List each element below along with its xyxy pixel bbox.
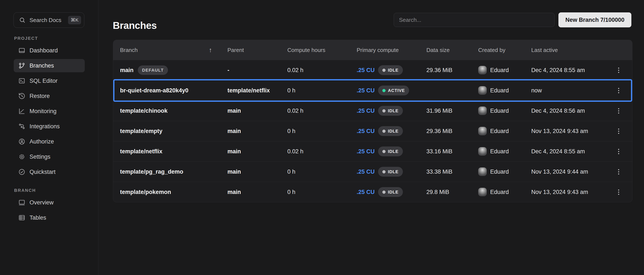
- sidebar-item-restore[interactable]: Restore: [14, 89, 85, 103]
- sidebar-item-authorize[interactable]: Authorize: [14, 135, 85, 148]
- column-header-last-active[interactable]: Last active: [531, 47, 605, 53]
- branch-name: template/chinook: [120, 108, 168, 114]
- kebab-menu-button[interactable]: [614, 126, 624, 136]
- sidebar-item-label: Integrations: [30, 123, 60, 130]
- parent-branch: main: [228, 169, 241, 175]
- table-row[interactable]: template/pg_rag_demomain0 h.25 CUIDLE33.…: [113, 161, 632, 182]
- column-header-data-size[interactable]: Data size: [426, 47, 478, 53]
- compute-units-link[interactable]: .25 CU: [357, 67, 375, 74]
- sidebar-item-dashboard[interactable]: Dashboard: [14, 44, 85, 57]
- compute-units-link[interactable]: .25 CU: [357, 148, 375, 155]
- column-header-label: Data size: [426, 47, 450, 53]
- parent-branch: template/netflix: [228, 87, 270, 94]
- sidebar-item-sql-editor[interactable]: SQL Editor: [14, 74, 85, 87]
- column-header-label: Last active: [531, 47, 558, 53]
- compute-hours: 0 h: [287, 128, 357, 135]
- table-header-row: Branch↑ParentCompute hoursPrimary comput…: [113, 40, 632, 60]
- table-row[interactable]: template/emptymain0 h.25 CUIDLE29.36 MiB…: [113, 121, 632, 141]
- column-header-label: Created by: [478, 47, 505, 53]
- kebab-menu-button[interactable]: [614, 106, 624, 116]
- table-row[interactable]: mainDEFAULT-0.02 h.25 CUIDLE29.36 MiBEdu…: [113, 60, 632, 80]
- compute-units-link[interactable]: .25 CU: [357, 108, 375, 114]
- kebab-menu-button[interactable]: [614, 187, 624, 197]
- column-header-created-by[interactable]: Created by: [478, 47, 531, 53]
- monitoring-icon: [18, 108, 26, 115]
- avatar: [478, 106, 487, 115]
- compute-status-badge: IDLE: [378, 187, 403, 197]
- branch-name: template/pokemon: [120, 189, 171, 196]
- default-badge: DEFAULT: [138, 65, 168, 75]
- created-by-name: Eduard: [490, 128, 509, 135]
- sidebar-item-branches[interactable]: Branches: [14, 59, 85, 72]
- sidebar: Search Docs ⌘K PROJECTDashboardBranchesS…: [0, 0, 98, 275]
- kebab-menu-button[interactable]: [614, 85, 624, 96]
- compute-units-link[interactable]: .25 CU: [357, 128, 375, 135]
- compute-status-badge: IDLE: [378, 106, 403, 116]
- sidebar-item-label: SQL Editor: [30, 78, 58, 84]
- table-row[interactable]: br-quiet-dream-a820k4y0template/netflix0…: [113, 80, 632, 100]
- kebab-menu-button[interactable]: [614, 146, 624, 157]
- last-active: now: [531, 87, 605, 94]
- last-active: Dec 4, 2024 8:56 am: [531, 108, 605, 114]
- table-row[interactable]: template/netflixmain0.02 h.25 CUIDLE33.1…: [113, 141, 632, 161]
- sidebar-item-label: Overview: [30, 199, 54, 206]
- search-icon: [19, 17, 26, 23]
- avatar: [478, 127, 487, 135]
- search-docs-button[interactable]: Search Docs ⌘K: [14, 12, 84, 28]
- status-dot-icon: [382, 109, 386, 112]
- compute-status-badge: IDLE: [378, 167, 403, 177]
- sidebar-item-integrations[interactable]: Integrations: [14, 120, 85, 133]
- avatar: [478, 167, 487, 176]
- status-dot-icon: [382, 170, 386, 173]
- parent-branch: main: [228, 128, 241, 135]
- branch-name: template/netflix: [120, 148, 162, 155]
- app-window: Search Docs ⌘K PROJECTDashboardBranchesS…: [0, 0, 644, 275]
- parent-branch: main: [228, 108, 241, 114]
- status-label: IDLE: [388, 108, 398, 113]
- sidebar-item-quickstart[interactable]: Quickstart: [14, 165, 85, 179]
- sidebar-item-label: Authorize: [30, 138, 54, 145]
- sidebar-item-settings[interactable]: Settings: [14, 150, 85, 163]
- compute-status-badge: IDLE: [378, 126, 403, 136]
- compute-hours: 0.02 h: [287, 108, 357, 114]
- sidebar-item-tables[interactable]: Tables: [14, 211, 85, 224]
- column-header-branch[interactable]: Branch↑: [113, 46, 228, 54]
- parent-branch: main: [228, 148, 241, 155]
- table-row[interactable]: template/chinookmain0.02 h.25 CUIDLE31.9…: [113, 100, 632, 121]
- search-docs-label: Search Docs: [30, 17, 62, 23]
- compute-units-link[interactable]: .25 CU: [357, 169, 375, 175]
- sort-arrow-icon[interactable]: ↑: [209, 46, 212, 54]
- column-header-label: Compute hours: [287, 47, 326, 53]
- column-header-primary-compute[interactable]: Primary compute: [357, 47, 426, 53]
- sidebar-item-monitoring[interactable]: Monitoring: [14, 105, 85, 118]
- last-active: Dec 4, 2024 8:55 am: [531, 67, 605, 74]
- compute-hours: 0.02 h: [287, 67, 357, 74]
- column-header-parent[interactable]: Parent: [228, 47, 287, 53]
- table-row[interactable]: template/pokemonmain0 h.25 CUIDLE29.8 Mi…: [113, 182, 632, 202]
- branch-name: template/empty: [120, 128, 162, 135]
- compute-status-badge: IDLE: [378, 65, 403, 75]
- column-header-compute-hours[interactable]: Compute hours: [287, 47, 357, 53]
- sidebar-item-overview[interactable]: Overview: [14, 196, 85, 209]
- sidebar-item-label: Branches: [30, 62, 54, 69]
- branches-table: Branch↑ParentCompute hoursPrimary comput…: [113, 40, 632, 202]
- compute-units-link[interactable]: .25 CU: [357, 87, 375, 94]
- avatar: [478, 66, 487, 74]
- main-content: Branches New Branch 7/100000 Branch↑Pare…: [99, 0, 644, 275]
- compute-units-link[interactable]: .25 CU: [357, 189, 375, 196]
- search-input[interactable]: [394, 13, 554, 27]
- last-active: Dec 4, 2024 8:55 am: [531, 148, 605, 155]
- kebab-menu-button[interactable]: [614, 65, 624, 75]
- kebab-menu-button[interactable]: [614, 167, 624, 177]
- compute-status-badge: ACTIVE: [378, 85, 409, 95]
- status-label: IDLE: [388, 149, 398, 154]
- sidebar-item-label: Tables: [30, 215, 46, 221]
- compute-hours: 0.02 h: [287, 148, 357, 155]
- status-dot-icon: [382, 150, 386, 153]
- sidebar-nav: PROJECTDashboardBranchesSQL EditorRestor…: [0, 36, 98, 234]
- status-label: ACTIVE: [388, 88, 405, 93]
- dashboard-icon: [18, 47, 26, 54]
- created-by-name: Eduard: [490, 67, 509, 74]
- new-branch-button[interactable]: New Branch 7/100000: [558, 12, 632, 27]
- integrations-icon: [18, 123, 26, 130]
